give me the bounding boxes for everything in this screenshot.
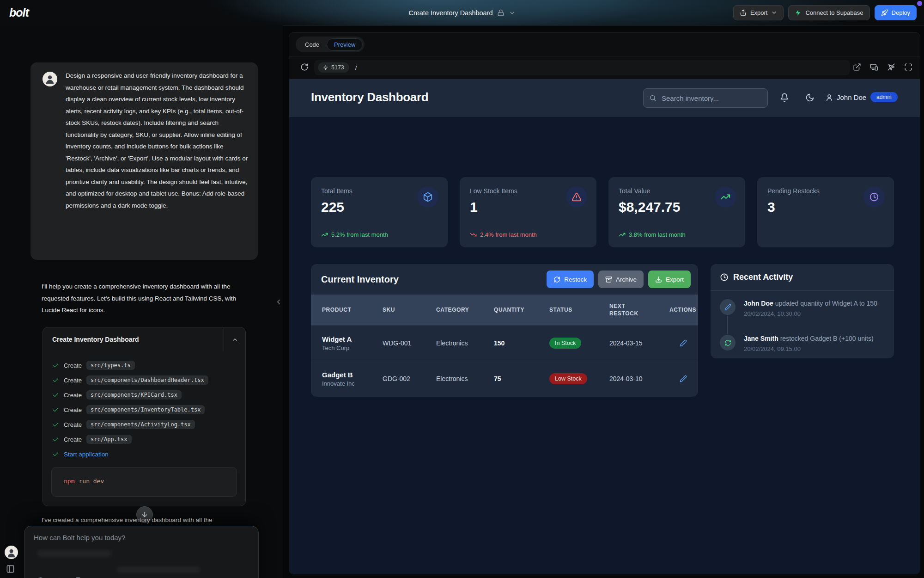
supplier-name: Tech Corp xyxy=(322,344,383,351)
task-file[interactable]: src/components/ActivityLog.tsx xyxy=(86,420,195,429)
next-restock-cell: 2024-03-10 xyxy=(609,375,669,382)
workbench: Code Preview 5173 / Inventory Dashboard xyxy=(289,32,920,574)
activity-user: Jane Smith xyxy=(744,335,778,342)
port-number: 5173 xyxy=(331,64,344,71)
activity-action: restocked Gadget B (+100 units) xyxy=(780,335,874,342)
tab-preview[interactable]: Preview xyxy=(327,38,363,51)
responsive-devices-icon[interactable] xyxy=(870,63,878,71)
column-header: CATEGORY xyxy=(436,307,494,313)
chat-panel: Design a responsive and user-friendly in… xyxy=(0,25,283,578)
start-application-link[interactable]: Start application xyxy=(64,451,109,458)
edit-row-icon[interactable] xyxy=(680,339,687,347)
edit-icon xyxy=(720,299,736,315)
reload-icon[interactable] xyxy=(300,63,309,71)
task-item: Create src/components/KPICard.tsx xyxy=(52,387,237,402)
bolt-logo[interactable]: bolt xyxy=(9,6,29,19)
category-cell: Electronics xyxy=(436,339,494,347)
check-icon xyxy=(52,392,59,399)
bell-icon[interactable] xyxy=(780,93,789,102)
start-application-item[interactable]: Start application xyxy=(52,447,237,461)
activity-text: Jane Smithrestocked Gadget B (+100 units… xyxy=(744,334,882,352)
view-tabs-bar: Code Preview xyxy=(289,33,920,56)
next-restock-cell: 2024-03-15 xyxy=(609,339,669,347)
quantity-cell[interactable]: 150 xyxy=(494,339,549,347)
blurred-content xyxy=(117,567,200,572)
search-icon xyxy=(649,94,657,102)
column-header: STATUS xyxy=(549,307,609,313)
search-input[interactable] xyxy=(661,94,755,103)
trending-up-icon xyxy=(321,231,328,238)
export-csv-button[interactable]: Export xyxy=(648,271,691,288)
supabase-label: Connect to Supabase xyxy=(805,9,863,16)
edit-row-icon[interactable] xyxy=(680,375,687,382)
check-icon xyxy=(52,406,59,413)
inventory-title: Current Inventory xyxy=(321,274,399,285)
kpi-card-pending-restocks: Pending Restocks 3 xyxy=(757,177,894,247)
collapse-task-card-button[interactable] xyxy=(224,327,245,351)
connect-supabase-button[interactable]: Connect to Supabase xyxy=(788,5,869,20)
fullscreen-icon[interactable] xyxy=(904,63,912,71)
status-badge: In Stock xyxy=(549,338,581,349)
trending-down-icon xyxy=(470,231,477,238)
archive-button[interactable]: Archive xyxy=(598,271,644,288)
blurred-content xyxy=(37,550,111,557)
column-header: SKU xyxy=(383,307,436,313)
sku-cell: GDG-002 xyxy=(383,375,436,382)
task-file[interactable]: src/components/DashboardHeader.tsx xyxy=(86,375,208,385)
check-icon xyxy=(52,436,59,443)
port-pill[interactable]: 5173 xyxy=(318,62,349,73)
check-icon xyxy=(52,362,59,369)
top-bar: bolt Create Inventory Dashboard Export C… xyxy=(0,0,924,26)
download-icon xyxy=(655,276,662,283)
task-item: Create src/App.tsx xyxy=(52,432,237,447)
chat-input-box[interactable] xyxy=(24,526,259,578)
refresh-icon xyxy=(553,276,560,283)
collapse-chat-handle[interactable] xyxy=(274,298,283,306)
activity-timestamp: 20/02/2024, 10:30:00 xyxy=(744,310,882,317)
task-file[interactable]: src/components/KPICard.tsx xyxy=(86,390,182,400)
restock-icon xyxy=(720,335,736,350)
open-in-new-tab-icon[interactable] xyxy=(853,63,861,71)
quantity-cell[interactable]: 75 xyxy=(494,375,549,382)
command-args: run dev xyxy=(79,478,104,485)
column-header: PRODUCT xyxy=(322,307,383,313)
check-icon xyxy=(52,377,59,384)
product-name: Gadget B xyxy=(322,371,383,379)
kpi-trend: 3.8% from last month xyxy=(619,231,686,238)
task-file[interactable]: src/components/InventoryTable.tsx xyxy=(86,405,205,414)
task-file[interactable]: src/types.ts xyxy=(86,361,135,370)
assistant-message-text: I'll help you create a comprehensive inv… xyxy=(42,281,250,316)
clock-icon xyxy=(863,186,885,208)
dark-mode-toggle-icon[interactable] xyxy=(805,93,815,102)
task-item: Create src/components/InventoryTable.tsx xyxy=(52,402,237,417)
supplier-name: Innovate Inc xyxy=(322,380,383,387)
export-button[interactable]: Export xyxy=(733,5,784,20)
url-field[interactable]: 5173 / xyxy=(314,60,850,75)
notification-dot xyxy=(917,1,922,6)
chevron-down-icon[interactable] xyxy=(509,10,516,16)
activity-text: John Doeupdated quantity of Widget A to … xyxy=(744,299,882,317)
assistant-message-text: I've created a comprehensive inventory d… xyxy=(42,517,259,523)
activity-title: Recent Activity xyxy=(733,272,793,282)
trending-up-icon xyxy=(715,186,736,208)
task-action: Create xyxy=(64,377,82,384)
column-header: QUANTITY xyxy=(494,307,549,313)
toggle-sidebar-icon[interactable] xyxy=(6,565,15,573)
restock-button[interactable]: Restock xyxy=(547,271,594,288)
deploy-button[interactable]: Deploy xyxy=(875,5,917,20)
deploy-label: Deploy xyxy=(892,9,910,16)
tab-code[interactable]: Code xyxy=(298,38,327,51)
rocket-icon xyxy=(881,9,888,16)
inventory-search-box[interactable] xyxy=(643,88,768,108)
project-title-group[interactable]: Create Inventory Dashboard xyxy=(408,0,515,25)
lock-icon xyxy=(498,9,505,16)
preview-url-bar: 5173 / xyxy=(289,56,920,79)
activity-timestamp: 20/02/2024, 09:15:00 xyxy=(744,345,882,352)
inspector-cursor-off-icon[interactable] xyxy=(887,63,895,71)
user-avatar xyxy=(43,72,57,86)
task-action: Create xyxy=(64,421,82,428)
chat-input[interactable] xyxy=(33,533,247,562)
task-card-title: Create Inventory Dashboard xyxy=(52,336,139,343)
account-avatar[interactable] xyxy=(5,546,18,559)
task-file[interactable]: src/App.tsx xyxy=(86,435,131,444)
